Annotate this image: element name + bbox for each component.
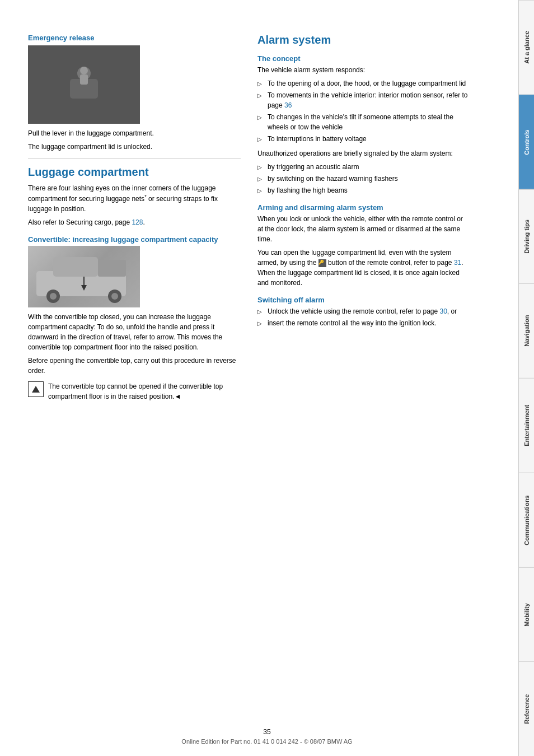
switching-off-heading: Switching off alarm [257, 296, 470, 304]
svg-rect-5 [98, 260, 126, 277]
bullet-item: by switching on the hazard warning flash… [257, 174, 470, 184]
unauthorized-intro: Unauthorized operations are briefly sign… [257, 148, 470, 158]
convertible-image [28, 246, 140, 307]
footer: 35 Online Edition for Part no. 01 41 0 0… [181, 728, 352, 745]
svg-point-9 [50, 293, 57, 300]
concept-section: The concept The vehicle alarm system res… [257, 54, 470, 195]
page-container: Emergency release Pull the lever in the … [0, 0, 534, 756]
alarm-system-section: Alarm system The concept The vehicle ala… [257, 34, 470, 328]
emergency-release-section: Emergency release Pull the lever in the … [28, 34, 241, 152]
switching-off-section: Switching off alarm Unlock the vehicle u… [257, 296, 470, 328]
sidebar-tab-controls[interactable]: Controls [519, 95, 534, 189]
luggage-compartment-heading: Luggage compartment [28, 166, 241, 179]
page-36-link[interactable]: 36 [284, 101, 292, 109]
bullet-item: Unlock the vehicle using the remote cont… [257, 306, 470, 316]
switching-off-bullets: Unlock the vehicle using the remote cont… [257, 306, 470, 328]
page-number: 35 [181, 728, 352, 736]
right-column: Alarm system The concept The vehicle ala… [257, 34, 470, 734]
note-icon [28, 381, 44, 397]
bullet-item: To movements in the vehicle interior: in… [257, 90, 470, 110]
convertible-heading: Convertible: increasing luggage compartm… [28, 235, 241, 244]
main-content: Emergency release Pull the lever in the … [0, 0, 518, 756]
svg-rect-6 [53, 257, 98, 277]
concept-bullets: To the opening of a door, the hood, or t… [257, 78, 470, 144]
svg-point-10 [111, 293, 118, 300]
luggage-also-refer: Also refer to Securing cargo, page 128. [28, 217, 241, 227]
bullet-item: To the opening of a door, the hood, or t… [257, 78, 470, 88]
sidebar-tab-entertainment[interactable]: Entertainment [519, 378, 534, 473]
emergency-desc2: The luggage compartment lid is unlocked. [28, 142, 241, 152]
triangle-icon [32, 386, 40, 393]
unauthorized-bullets: by triggering an acoustic alarm by switc… [257, 162, 470, 195]
page-30-link[interactable]: 30 [440, 307, 447, 315]
superscript: * [144, 194, 147, 199]
luggage-desc: There are four lashing eyes on the inner… [28, 183, 241, 214]
sidebar-tab-at-a-glance[interactable]: At a glance [519, 0, 534, 95]
concept-heading: The concept [257, 54, 470, 63]
sidebar-tab-navigation[interactable]: Navigation [519, 283, 534, 378]
svg-rect-3 [80, 74, 88, 85]
car-image-content [28, 246, 140, 307]
sidebar-tab-communications[interactable]: Communications [519, 473, 534, 567]
convertible-desc: With the convertible top closed, you can… [28, 312, 241, 352]
luggage-compartment-section: Luggage compartment There are four lashi… [28, 166, 241, 405]
page-31-link[interactable]: 31 [454, 259, 461, 267]
arming-desc1: When you lock or unlock the vehicle, eit… [257, 214, 470, 244]
emergency-release-heading: Emergency release [28, 34, 241, 42]
bullet-item: by triggering an acoustic alarm [257, 162, 470, 172]
note-text: The convertible top cannot be opened if … [48, 381, 241, 402]
bullet-item: To interruptions in battery voltage [257, 134, 470, 144]
sidebar-tab-driving-tips[interactable]: Driving tips [519, 189, 534, 284]
arming-section: Arming and disarming alarm system When y… [257, 203, 470, 288]
arming-heading: Arming and disarming alarm system [257, 203, 470, 212]
bullet-item: To changes in the vehicle's tilt if some… [257, 112, 470, 132]
remote-control-icon: 🔑 [318, 259, 326, 267]
sidebar: At a glance Controls Driving tips Naviga… [518, 0, 534, 756]
luggage-page-link[interactable]: 128 [132, 218, 143, 226]
svg-point-2 [80, 67, 88, 74]
convertible-desc2: Before opening the convertible top, carr… [28, 356, 241, 376]
alarm-system-heading: Alarm system [257, 34, 470, 46]
bullet-item: insert the remote control all the way in… [257, 318, 470, 328]
bullet-item: by flashing the high beams [257, 185, 470, 195]
left-column: Emergency release Pull the lever in the … [28, 34, 241, 734]
emergency-desc1: Pull the lever in the luggage compartmen… [28, 128, 241, 138]
note-box: The convertible top cannot be opened if … [28, 381, 241, 405]
emergency-release-image [28, 45, 140, 124]
concept-intro: The vehicle alarm system responds: [257, 65, 470, 75]
copyright-text: Online Edition for Part no. 01 41 0 014 … [181, 738, 352, 745]
arming-desc2: You can open the luggage compartment lid… [257, 248, 470, 288]
sidebar-tab-reference[interactable]: Reference [519, 661, 534, 756]
sidebar-tab-mobility[interactable]: Mobility [519, 567, 534, 662]
